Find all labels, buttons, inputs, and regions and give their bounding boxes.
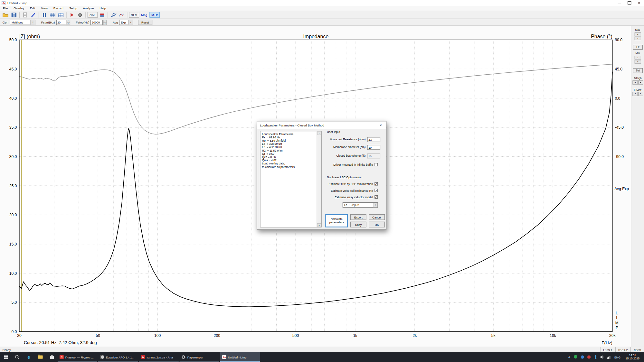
spin-up-icon[interactable]: ▲ [66, 20, 70, 22]
tray-network-button[interactable] [605, 355, 612, 359]
curves-dots-icon [118, 12, 125, 18]
estimate-lossy-checkbox[interactable]: ✓ [374, 195, 378, 199]
dialog-titlebar[interactable]: Loudspeaker Parameters - Closed Box Meth… [257, 122, 386, 129]
menu-file[interactable]: File [0, 6, 11, 10]
copy-button[interactable]: Copy [350, 222, 366, 227]
taskbar-button-arta[interactable]: A колпак 2см.за - Arta [139, 352, 179, 362]
menu-edit[interactable]: Edit [27, 6, 38, 10]
magnitude-phase-view-button[interactable]: M+P [149, 12, 160, 18]
clock[interactable]: 14:31 15.10.2025 [623, 354, 642, 360]
status-bar: Ready L:-29.1 R:-14.2 dBFS [0, 347, 644, 352]
tray-antivirus-button[interactable] [573, 355, 579, 359]
fstop-spinner[interactable]: ▲▼ [103, 20, 107, 25]
tray-chevron-button[interactable]: ∧ [566, 356, 572, 359]
cursor-readout: Cursor: 20.51 Hz, 7.42 Ohm, 32.9 deg [24, 340, 97, 345]
limp-taskbar-icon [222, 355, 226, 359]
calculate-parameters-button[interactable]: Calculate parameters [325, 214, 348, 227]
menu-analyze[interactable]: Analyze [80, 6, 97, 10]
overlay-curves-button[interactable] [117, 12, 126, 18]
table-icon [49, 12, 56, 18]
taskbar-button-limp[interactable]: Untitled - Limp [220, 352, 260, 362]
open-file-button[interactable] [2, 12, 10, 18]
svg-text:10k: 10k [550, 333, 556, 338]
dialog-close-button[interactable]: × [375, 122, 386, 129]
search-button[interactable] [12, 352, 23, 362]
infinite-baffle-checkbox[interactable] [374, 163, 378, 166]
record-button[interactable] [76, 12, 84, 18]
table-view-button[interactable] [49, 12, 57, 18]
inductor-model-select[interactable]: Le + L2||R2▼ [343, 202, 378, 208]
menu-help[interactable]: Help [97, 6, 109, 10]
fit-button[interactable]: Fit [633, 45, 643, 50]
chevron-up-icon: ∧ [568, 356, 570, 359]
tray-yandex-button[interactable] [586, 355, 592, 359]
magnitude-view-button[interactable]: Mag [140, 12, 148, 18]
tray-sync-button[interactable] [579, 355, 585, 359]
averaging-select[interactable]: Exp▼ [119, 20, 133, 25]
frhigh-left-button[interactable]: ◄ [632, 80, 638, 85]
save-button[interactable] [10, 12, 18, 18]
edge-taskbar-button[interactable]: e [23, 352, 34, 362]
taskbar-button-settings[interactable]: Параметры [179, 352, 219, 362]
combo-arrow-icon: ▼ [128, 20, 133, 24]
estimate-tsp-checkbox[interactable]: ✓ [374, 182, 378, 185]
frlow-left-button[interactable]: ◄ [632, 92, 638, 96]
taskbar-button-equalizer-apo[interactable]: Equalizer APO 1.4.1... [98, 352, 138, 362]
min-up-button[interactable]: ▲ [635, 56, 641, 59]
rlc-button[interactable]: RLC [129, 12, 139, 18]
frhigh-right-button[interactable]: ► [638, 80, 643, 85]
svg-text:10.0: 10.0 [9, 271, 17, 276]
set-button[interactable]: Set [633, 68, 643, 73]
svg-text:20.0: 20.0 [9, 213, 17, 217]
svg-text:20: 20 [17, 333, 22, 338]
x-axis-unit-label: F(Hz) [601, 340, 612, 345]
estimate-re-checkbox[interactable]: ✓ [374, 189, 378, 192]
limp-app-icon [2, 1, 5, 5]
store-taskbar-button[interactable] [46, 352, 58, 362]
cancel-button[interactable]: Cancel [369, 214, 385, 220]
taskbar-button-yandex[interactable]: Я Главная — Яндекс ... [58, 352, 98, 362]
ok-button[interactable]: OK [369, 222, 385, 227]
menu-view[interactable]: View [38, 6, 50, 10]
user-input-heading: User Input [327, 131, 340, 134]
min-down-button[interactable]: ▼ [635, 60, 641, 63]
copy-page-button[interactable] [21, 12, 29, 18]
spin-down-icon[interactable]: ▼ [66, 22, 70, 25]
frlow-right-button[interactable]: ► [638, 92, 643, 96]
fstop-input[interactable] [90, 20, 103, 25]
generator-type-select[interactable]: Multitone▼ [10, 20, 35, 25]
avg-mode-label: Avg:Exp [614, 187, 629, 191]
edit-pen-button[interactable] [29, 12, 38, 18]
reset-button[interactable]: Reset [138, 20, 152, 25]
start-measurement-button[interactable] [68, 12, 76, 18]
pause-button[interactable] [40, 12, 49, 18]
tray-volume-button[interactable] [599, 355, 605, 359]
calibrate-button[interactable]: CAL [88, 12, 98, 18]
language-indicator[interactable]: ENG [612, 356, 623, 358]
voice-coil-resistance-input[interactable] [367, 137, 380, 142]
tray-bluetooth-button[interactable] [592, 355, 599, 359]
explorer-taskbar-button[interactable] [34, 352, 46, 362]
minimize-button[interactable] [614, 0, 624, 6]
start-button[interactable] [0, 352, 12, 362]
membrane-diameter-input[interactable] [367, 145, 380, 150]
max-up-button[interactable]: ▲ [635, 32, 641, 36]
export-button[interactable]: Export [350, 214, 366, 220]
spin-up-icon[interactable]: ▲ [103, 20, 107, 22]
menu-setup[interactable]: Setup [66, 6, 80, 10]
close-button[interactable]: × [634, 0, 644, 6]
maximize-button[interactable] [624, 0, 634, 6]
fstart-spinner[interactable]: ▲▼ [66, 20, 70, 25]
scroll-up-icon[interactable]: ▲ [317, 131, 321, 135]
fstart-input[interactable] [56, 20, 66, 25]
sheet-view-button[interactable] [57, 12, 65, 18]
spin-down-icon[interactable]: ▼ [103, 22, 107, 25]
scroll-down-icon[interactable]: ▼ [317, 223, 321, 227]
level-meter-button[interactable] [98, 12, 106, 18]
max-down-button[interactable]: ▼ [635, 37, 641, 40]
menu-overlay[interactable]: Overlay [11, 6, 27, 10]
window-titlebar[interactable]: Untitled - Limp × [0, 0, 644, 6]
spectrum-button[interactable] [109, 12, 118, 18]
menu-record[interactable]: Record [51, 6, 66, 10]
check-icon: ✓ [375, 189, 377, 192]
